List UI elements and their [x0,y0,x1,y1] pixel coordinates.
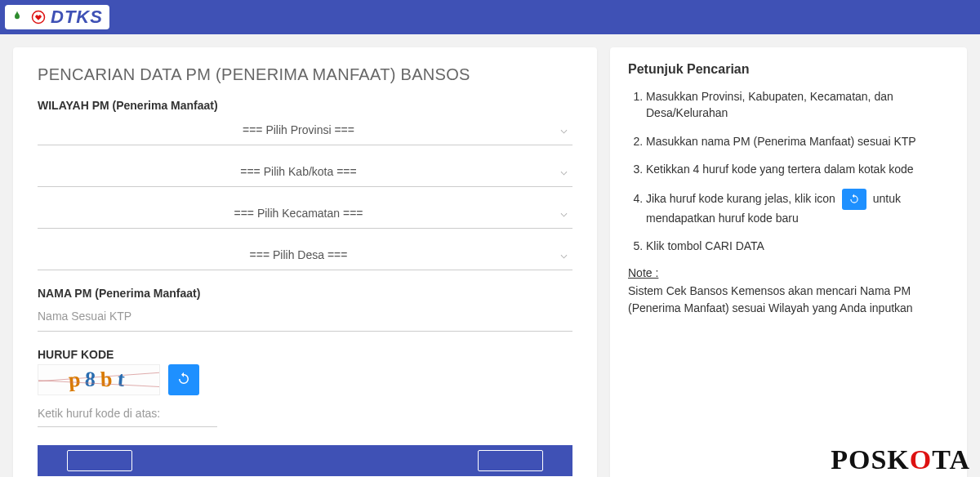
heart-shield-icon [29,8,47,26]
action-button-left[interactable] [67,450,132,471]
instructions-list: Masukkan Provinsi, Kabupaten, Kecamatan,… [628,88,949,255]
form-action-bar [38,445,572,476]
wilayah-section-label: WILAYAH PM (Penerima Manfaat) [38,99,572,112]
search-form-card: PENCARIAN DATA PM (PENERIMA MANFAAT) BAN… [13,47,597,477]
desa-select[interactable]: === Pilih Desa === [38,240,572,270]
instruction-item: Masukkan nama PM (Penerima Manfaat) sesu… [646,133,949,149]
nama-input[interactable] [38,303,572,332]
brand-text: DTKS [51,7,103,28]
brand-logo[interactable]: DTKS [5,5,109,29]
top-navbar: DTKS [0,0,980,34]
instruction-item: Ketikkan 4 huruf kode yang tertera dalam… [646,161,949,177]
kecamatan-select[interactable]: === Pilih Kecamatan === [38,198,572,229]
refresh-icon [176,372,191,389]
source-watermark: POSKOTA [831,444,970,475]
provinsi-select[interactable]: === Pilih Provinsi === [38,115,572,145]
kode-section-label: HURUF KODE [38,348,572,361]
kabkota-select[interactable]: === Pilih Kab/kota === [38,157,572,187]
kemensos-emblem-icon [8,8,26,26]
instructions-card: Petunjuk Pencarian Masukkan Provinsi, Ka… [610,47,967,477]
instruction-item: Masukkan Provinsi, Kabupaten, Kecamatan,… [646,88,949,122]
captcha-refresh-button[interactable] [168,364,199,395]
captcha-input[interactable] [38,402,217,427]
instructions-title: Petunjuk Pencarian [628,62,949,77]
instruction-item: Klik tombol CARI DATA [646,238,949,254]
action-button-right[interactable] [478,450,543,471]
note-label: Note : [628,266,949,279]
instruction-item: Jika huruf kode kurang jelas, klik icon … [646,189,949,226]
refresh-icon-inline [842,189,866,210]
captcha-image: p 8 b t [38,364,160,395]
note-body: Sistem Cek Bansos Kemensos akan mencari … [628,283,949,317]
page-title: PENCARIAN DATA PM (PENERIMA MANFAAT) BAN… [38,65,572,84]
nama-section-label: NAMA PM (Penerima Manfaat) [38,287,572,300]
